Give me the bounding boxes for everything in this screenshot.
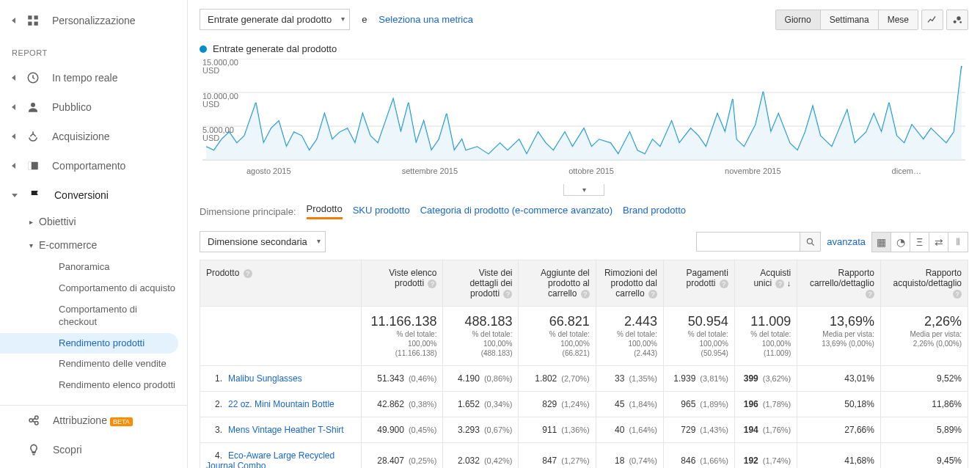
- search-input[interactable]: [697, 233, 800, 251]
- chart-type-motion-icon[interactable]: [946, 10, 968, 30]
- main-content: Entrate generate dal prodotto e Selezion…: [188, 0, 980, 468]
- sidebar-item-acquisition[interactable]: Acquisizione: [0, 122, 187, 151]
- sidebar-item-personalizzazione[interactable]: Personalizzazione: [0, 6, 187, 35]
- view-buttons: ▦ ◔ Ξ ⇄ ⫴: [871, 232, 968, 252]
- th-rapporto-acquisto[interactable]: Rapporto acquisto/dettaglio ?: [880, 260, 968, 307]
- second-metric-link[interactable]: Seleziona una metrica: [379, 14, 473, 25]
- chart-x-labels: agosto 2015settembre 2015ottobre 2015nov…: [202, 164, 965, 175]
- view-pie-icon[interactable]: ◔: [891, 233, 910, 252]
- line-chart[interactable]: [202, 59, 965, 161]
- dim-tab-categoria[interactable]: Categoria di prodotto (e-commerce avanza…: [420, 205, 612, 219]
- dim-tab-sku[interactable]: SKU prodotto: [353, 205, 410, 219]
- product-link[interactable]: 22 oz. Mini Mountain Bottle: [228, 399, 334, 409]
- sidebar-item-label: Pubblico: [52, 101, 92, 113]
- metric-dropdown[interactable]: Entrate generate dal prodotto: [200, 9, 350, 30]
- behavior-icon: [26, 158, 40, 173]
- product-link[interactable]: Eco-Aware Large Recycled Journal Combo: [206, 450, 334, 468]
- help-icon[interactable]: ?: [775, 279, 784, 288]
- sidebar-subsub-rendimento-prodotti[interactable]: Rendimento prodotti: [0, 333, 178, 354]
- svg-rect-3: [34, 22, 38, 26]
- chart-type-line-icon[interactable]: [921, 10, 943, 30]
- svg-point-5: [31, 103, 35, 107]
- sidebar-item-attribuzione[interactable]: AttribuzioneBETA: [0, 405, 187, 435]
- help-icon[interactable]: ?: [503, 290, 512, 299]
- th-viste-dettagli[interactable]: Viste dei dettagli dei prodotti ?: [443, 260, 519, 307]
- legend-label: Entrate generate dal prodotto: [213, 43, 337, 54]
- sidebar-subsub-rendimento-vendite[interactable]: Rendimento delle vendite: [0, 354, 187, 375]
- sidebar-subsub-comportamento-acquisto[interactable]: Comportamento di acquisto: [0, 278, 187, 299]
- secondary-dimension-dropdown[interactable]: Dimensione secondaria: [200, 231, 326, 252]
- th-pagamenti[interactable]: Pagamenti prodotti ?: [663, 260, 734, 307]
- caret-icon: [12, 134, 15, 139]
- svg-point-12: [957, 16, 960, 20]
- data-table: Prodotto ? Viste elenco prodotti ? Viste…: [200, 260, 968, 468]
- advanced-link[interactable]: avanzata: [827, 236, 866, 247]
- help-icon[interactable]: ?: [428, 279, 436, 288]
- clock-icon: [26, 70, 40, 85]
- th-rapporto-carrello[interactable]: Rapporto carrello/dettaglio ?: [797, 260, 881, 307]
- sidebar-item-label: Conversioni: [54, 189, 109, 201]
- svg-rect-0: [28, 15, 32, 19]
- help-icon[interactable]: ?: [244, 269, 252, 278]
- sidebar-subsub-comportamento-checkout[interactable]: Comportamento di checkout: [0, 299, 187, 333]
- th-rimozioni[interactable]: Rimozioni del prodotto dal carrello ?: [596, 260, 663, 307]
- sidebar-sub-ecommerce[interactable]: E-commerce: [0, 233, 187, 257]
- chart-expand-handle[interactable]: ▾: [188, 183, 980, 196]
- sidebar-item-label: In tempo reale: [52, 72, 118, 84]
- caret-icon: [12, 104, 15, 110]
- sidebar-item-label: Acquisizione: [52, 131, 110, 142]
- help-icon[interactable]: ?: [581, 290, 590, 299]
- th-acquisti-unici[interactable]: Acquisti unici ? ↓: [734, 260, 797, 307]
- sidebar: Personalizzazione REPORT In tempo reale …: [0, 0, 188, 468]
- dim-tab-brand[interactable]: Brand prodotto: [623, 205, 686, 219]
- search-box: [696, 232, 821, 252]
- view-pivot-icon[interactable]: ⫴: [948, 233, 968, 252]
- btn-giorno[interactable]: Giorno: [776, 10, 821, 29]
- svg-point-18: [807, 238, 812, 244]
- th-aggiunte[interactable]: Aggiunte del prodotto al carrello ?: [519, 260, 596, 307]
- secondary-dimension-row: Dimensione secondaria avanzata ▦ ◔ Ξ ⇄ ⫴: [188, 227, 980, 260]
- separator-e: e: [362, 14, 367, 25]
- th-viste-elenco[interactable]: Viste elenco prodotti ?: [362, 260, 443, 307]
- sidebar-sub-label: Obiettivi: [39, 216, 76, 227]
- sidebar-sub-obiettivi[interactable]: Obiettivi: [0, 210, 187, 233]
- sidebar-sub-label: E-commerce: [39, 239, 97, 251]
- search-button[interactable]: [800, 233, 820, 251]
- attribution-icon: [26, 413, 41, 428]
- svg-point-13: [959, 21, 962, 23]
- btn-settimana[interactable]: Settimana: [821, 10, 879, 29]
- table-row: 2.22 oz. Mini Mountain Bottle42.862(0,38…: [200, 392, 968, 417]
- svg-rect-2: [28, 22, 32, 26]
- caret-icon: [12, 75, 15, 81]
- sidebar-item-label: Personalizzazione: [52, 15, 136, 26]
- th-prodotto[interactable]: Prodotto ?: [200, 260, 362, 307]
- time-granularity-group: Giorno Settimana Mese: [775, 10, 918, 30]
- sidebar-subsub-panoramica[interactable]: Panoramica: [0, 257, 187, 278]
- help-icon[interactable]: ?: [866, 290, 874, 299]
- sidebar-item-realtime[interactable]: In tempo reale: [0, 63, 187, 92]
- product-link[interactable]: Mens Vintage Heather T-Shirt: [228, 425, 344, 435]
- svg-rect-7: [28, 162, 32, 170]
- product-link[interactable]: Malibu Sunglasses: [228, 373, 302, 384]
- sidebar-item-label: AttribuzioneBETA: [53, 414, 133, 426]
- sidebar-item-scopri[interactable]: Scopri: [0, 435, 187, 464]
- view-bar-icon[interactable]: Ξ: [910, 233, 929, 252]
- sidebar-item-behavior[interactable]: Comportamento: [0, 151, 187, 180]
- table-row: 1.Malibu Sunglasses51.343(0,46%)4.190(0,…: [200, 366, 968, 392]
- btn-mese[interactable]: Mese: [879, 10, 918, 29]
- legend-dot-icon: [200, 45, 207, 53]
- sidebar-subsub-rendimento-elenco[interactable]: Rendimento elenco prodotti: [0, 375, 187, 396]
- view-table-icon[interactable]: ▦: [872, 233, 891, 252]
- sidebar-item-audience[interactable]: Pubblico: [0, 92, 187, 122]
- help-icon[interactable]: ?: [648, 290, 657, 299]
- beta-badge: BETA: [110, 417, 133, 426]
- caret-icon: [12, 18, 15, 23]
- chart-toolbar: Entrate generate dal prodotto e Selezion…: [188, 0, 980, 39]
- help-icon[interactable]: ?: [953, 290, 962, 299]
- dim-tab-prodotto[interactable]: Prodotto: [307, 203, 343, 219]
- help-icon[interactable]: ?: [720, 279, 728, 288]
- report-section-label: REPORT: [0, 35, 187, 63]
- view-comparison-icon[interactable]: ⇄: [929, 233, 948, 252]
- sidebar-item-conversions[interactable]: Conversioni: [0, 180, 187, 210]
- primary-dimension-row: Dimensione principale: Prodotto SKU prod…: [188, 196, 980, 227]
